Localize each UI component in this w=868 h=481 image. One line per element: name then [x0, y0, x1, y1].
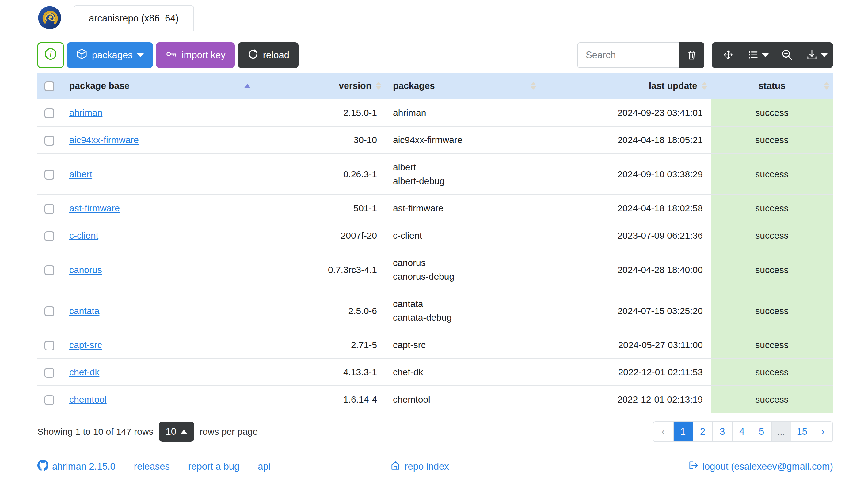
- select-all-checkbox[interactable]: [44, 82, 54, 91]
- column-header-status[interactable]: status: [711, 73, 833, 99]
- version-cell: 0.26.3-1: [254, 154, 385, 195]
- status-cell: success: [711, 222, 833, 249]
- zoom-button[interactable]: [772, 42, 802, 68]
- package-base-link[interactable]: cantata: [69, 306, 99, 316]
- sort-both-icon: [702, 82, 707, 90]
- svg-text:i: i: [49, 49, 52, 59]
- row-checkbox[interactable]: [44, 204, 54, 214]
- reload-button-label: reload: [263, 50, 289, 61]
- row-checkbox[interactable]: [44, 170, 54, 180]
- packages-cell: ast-firmware: [385, 195, 540, 222]
- column-header-version[interactable]: version: [254, 73, 385, 99]
- page-item-1[interactable]: 1: [673, 422, 693, 442]
- pagination: ‹12345...15›: [653, 421, 833, 442]
- page-item-2[interactable]: 2: [693, 422, 712, 442]
- page-item-: ‹: [653, 422, 673, 442]
- last-update-cell: 2023-07-09 06:21:36: [540, 222, 711, 249]
- row-checkbox[interactable]: [44, 395, 54, 405]
- package-base-link[interactable]: chef-dk: [69, 367, 99, 377]
- packages-cell: ahriman: [385, 99, 540, 126]
- status-cell: success: [711, 331, 833, 358]
- package-base-link[interactable]: c-client: [69, 230, 98, 241]
- column-label: packages: [393, 81, 435, 91]
- sort-asc-icon: [244, 84, 251, 88]
- logout-link[interactable]: logout (esalexeev@gmail.com): [688, 460, 833, 473]
- import-key-button-label: import key: [182, 50, 225, 61]
- ahriman-version-link[interactable]: ahriman 2.15.0: [37, 460, 116, 473]
- report-bug-link[interactable]: report a bug: [188, 461, 239, 472]
- packages-cell: capt-src: [385, 331, 540, 358]
- caret-down-icon: [762, 53, 769, 57]
- caret-down-icon: [137, 53, 144, 57]
- version-cell: 501-1: [254, 195, 385, 222]
- package-base-link[interactable]: albert: [69, 169, 92, 179]
- page-item-4[interactable]: 4: [732, 422, 751, 442]
- status-cell: success: [711, 126, 833, 154]
- table-row: canorus0.7.3rc3-4.1canoruscanorus-debug2…: [37, 249, 833, 290]
- last-update-cell: 2022-12-01 02:13:19: [540, 386, 711, 413]
- page-item-5[interactable]: 5: [751, 422, 771, 442]
- package-base-link[interactable]: aic94xx-firmware: [69, 135, 139, 145]
- repo-index-link[interactable]: repo index: [390, 460, 449, 473]
- version-cell: 4.13.3-1: [254, 358, 385, 386]
- column-header-package-base[interactable]: package base: [61, 73, 254, 99]
- column-header-packages[interactable]: packages: [385, 73, 540, 99]
- page-item-[interactable]: ...: [771, 422, 791, 442]
- page-size-button[interactable]: 10: [159, 422, 194, 442]
- info-button[interactable]: i: [37, 42, 64, 68]
- column-label: last update: [649, 81, 697, 91]
- version-cell: 30-10: [254, 126, 385, 154]
- table-row: aic94xx-firmware30-10aic94xx-firmware202…: [37, 126, 833, 154]
- export-dropdown-button[interactable]: [802, 42, 831, 68]
- row-checkbox[interactable]: [44, 341, 54, 351]
- page-item-15[interactable]: 15: [791, 422, 813, 442]
- status-cell: success: [711, 195, 833, 222]
- version-cell: 0.7.3rc3-4.1: [254, 249, 385, 290]
- key-icon: [165, 48, 178, 63]
- package-base-link[interactable]: canorus: [69, 265, 102, 275]
- package-base-link[interactable]: ahriman: [69, 107, 102, 118]
- row-checkbox[interactable]: [44, 136, 54, 146]
- packages-cell: c-client: [385, 222, 540, 249]
- column-label: status: [758, 81, 785, 91]
- column-label: package base: [69, 81, 130, 91]
- list-icon: [747, 49, 760, 62]
- last-update-cell: 2024-09-10 03:38:29: [540, 154, 711, 195]
- releases-link[interactable]: releases: [134, 461, 170, 472]
- row-checkbox[interactable]: [44, 108, 54, 118]
- logout-icon: [688, 460, 699, 473]
- columns-dropdown-button[interactable]: [743, 42, 772, 68]
- fullscreen-button[interactable]: [714, 42, 743, 68]
- import-key-button[interactable]: import key: [156, 42, 235, 68]
- table-tools-group: [712, 42, 833, 68]
- github-icon: [37, 460, 49, 473]
- search-input[interactable]: [577, 42, 679, 68]
- page-item-[interactable]: ›: [813, 422, 832, 442]
- column-header-last-update[interactable]: last update: [540, 73, 711, 99]
- sort-both-icon: [824, 82, 829, 90]
- reload-button[interactable]: reload: [238, 42, 299, 68]
- page-size-value: 10: [166, 426, 176, 437]
- page-item-3[interactable]: 3: [712, 422, 732, 442]
- packages-dropdown-button[interactable]: packages: [67, 42, 153, 68]
- repository-tab[interactable]: arcanisrepo (x86_64): [73, 5, 194, 31]
- ahriman-version-label: ahriman 2.15.0: [52, 461, 116, 472]
- api-link[interactable]: api: [258, 461, 270, 472]
- footer: ahriman 2.15.0 releases report a bug api…: [37, 451, 833, 481]
- sort-both-icon: [531, 82, 536, 90]
- row-checkbox[interactable]: [44, 265, 54, 275]
- table-row: chemtool1.6.14-4chemtool2022-12-01 02:13…: [37, 386, 833, 413]
- info-icon: i: [44, 47, 57, 63]
- clear-search-button[interactable]: [679, 42, 704, 68]
- package-base-link[interactable]: capt-src: [69, 340, 102, 350]
- row-checkbox[interactable]: [44, 307, 54, 316]
- repository-tab-label: arcanisrepo (x86_64): [89, 13, 179, 24]
- page: arcanisrepo (x86_64) i package: [0, 0, 868, 481]
- package-base-link[interactable]: ast-firmware: [69, 203, 120, 213]
- row-checkbox[interactable]: [44, 231, 54, 241]
- version-cell: 2.5.0-6: [254, 290, 385, 331]
- packages-cell: aic94xx-firmware: [385, 126, 540, 154]
- package-base-link[interactable]: chemtool: [69, 394, 107, 405]
- search-group: [577, 42, 704, 68]
- row-checkbox[interactable]: [44, 368, 54, 378]
